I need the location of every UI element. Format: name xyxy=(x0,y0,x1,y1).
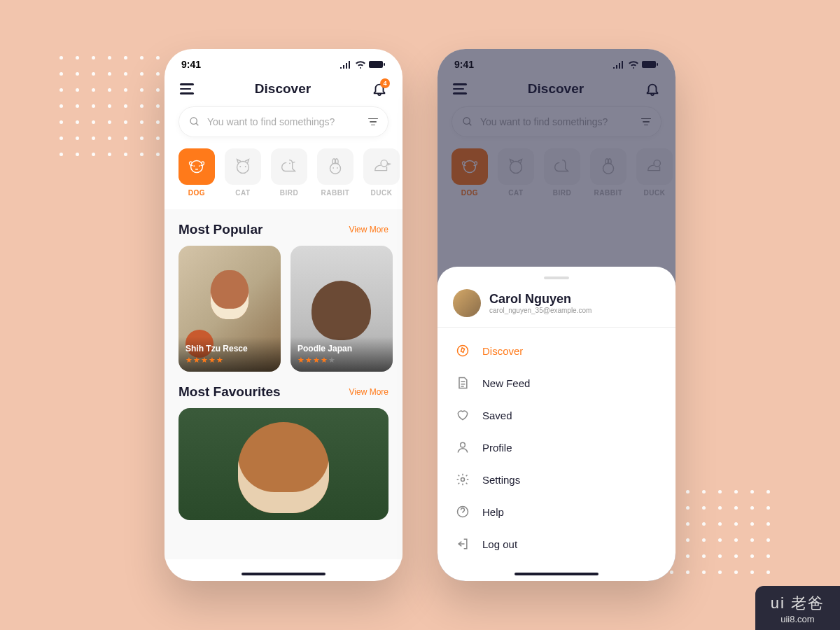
watermark-brand: ui 老爸 xyxy=(771,593,825,614)
profile-email: carol_nguyen_35@example.com xyxy=(489,307,592,314)
app-header: Discover 4 xyxy=(164,76,402,106)
favourite-card[interactable] xyxy=(178,408,388,520)
category-dog[interactable]: DOG xyxy=(178,148,215,197)
svg-point-10 xyxy=(330,163,341,174)
svg-point-13 xyxy=(381,160,387,167)
duck-icon xyxy=(371,156,392,177)
heart-icon xyxy=(456,408,470,422)
svg-point-6 xyxy=(237,162,249,174)
category-duck[interactable]: DUCK xyxy=(363,148,400,197)
menu-item-new-feed[interactable]: New Feed xyxy=(453,367,660,399)
status-bar: 9:41 xyxy=(164,49,402,76)
svg-rect-0 xyxy=(369,61,383,68)
menu-label: Log out xyxy=(482,538,517,550)
menu-item-saved[interactable]: Saved xyxy=(453,399,660,431)
page-title: Discover xyxy=(255,81,311,97)
menu-label: New Feed xyxy=(482,377,530,389)
category-label: DOG xyxy=(188,189,205,197)
signal-icon xyxy=(340,60,352,69)
category-label: DUCK xyxy=(371,189,393,197)
svg-rect-1 xyxy=(384,63,385,66)
wifi-icon xyxy=(355,60,366,69)
menu-item-logout[interactable]: Log out xyxy=(453,528,660,560)
document-icon xyxy=(456,376,470,390)
logout-icon xyxy=(456,537,470,551)
svg-point-8 xyxy=(245,166,246,167)
gear-icon xyxy=(456,472,470,486)
dog-icon xyxy=(186,156,207,177)
menu-item-profile[interactable]: Profile xyxy=(453,431,660,463)
menu-item-discover[interactable]: Discover xyxy=(453,335,660,367)
menu-button[interactable] xyxy=(180,83,194,94)
svg-point-12 xyxy=(337,167,338,169)
compass-icon xyxy=(456,344,470,358)
menu-label: Saved xyxy=(482,410,512,421)
svg-point-4 xyxy=(193,165,195,167)
svg-point-9 xyxy=(289,162,290,164)
category-cat[interactable]: CAT xyxy=(225,148,261,197)
notification-button[interactable]: 4 xyxy=(372,81,387,97)
menu-label: Settings xyxy=(482,474,520,486)
bottom-sheet: Carol Nguyen carol_nguyen_35@example.com… xyxy=(438,267,676,581)
status-time: 9:41 xyxy=(181,59,201,70)
svg-point-2 xyxy=(190,118,197,124)
divider xyxy=(438,327,676,328)
dot-grid-top-left xyxy=(59,56,160,156)
pet-name: Poodle Japan xyxy=(298,344,386,354)
notification-badge: 4 xyxy=(380,78,390,88)
rating-stars: ★★★★★ xyxy=(186,356,274,365)
battery-icon xyxy=(369,60,386,69)
help-icon xyxy=(456,505,470,519)
profile-header[interactable]: Carol Nguyen carol_nguyen_35@example.com xyxy=(438,289,676,327)
bird-icon xyxy=(279,156,300,177)
person-icon xyxy=(456,440,470,454)
category-row[interactable]: DOG CAT BIRD RABBIT DUCK xyxy=(164,148,402,209)
phone-discover: 9:41 Discover 4 D xyxy=(164,49,402,581)
svg-point-23 xyxy=(461,478,465,482)
svg-point-21 xyxy=(458,346,468,356)
menu-label: Profile xyxy=(482,442,512,454)
cat-icon xyxy=(232,156,253,177)
watermark-url: uii8.com xyxy=(771,614,825,624)
avatar xyxy=(453,289,481,317)
pet-card-shih-tzu[interactable]: Shih Tzu Resce ★★★★★ xyxy=(178,246,281,372)
menu-label: Discover xyxy=(482,345,523,357)
rating-stars: ★★★★★ xyxy=(298,356,386,365)
menu-item-help[interactable]: Help xyxy=(453,496,660,528)
svg-point-5 xyxy=(199,165,200,167)
svg-point-22 xyxy=(461,442,465,447)
watermark: ui 老爸 uii8.com xyxy=(755,586,840,630)
svg-point-11 xyxy=(332,167,334,169)
search-icon xyxy=(189,116,200,127)
home-indicator xyxy=(514,573,598,575)
filter-button[interactable] xyxy=(368,118,378,126)
profile-name: Carol Nguyen xyxy=(489,292,592,307)
category-bird[interactable]: BIRD xyxy=(271,148,307,197)
home-indicator xyxy=(241,573,326,575)
category-label: BIRD xyxy=(280,189,298,197)
svg-point-3 xyxy=(191,161,203,173)
category-rabbit[interactable]: RABBIT xyxy=(317,148,354,197)
menu-item-settings[interactable]: Settings xyxy=(453,463,660,496)
phone-menu-sheet: 9:41 Discover DOG CAT BIRD R xyxy=(438,49,676,581)
search-input[interactable] xyxy=(207,116,361,127)
menu-label: Help xyxy=(482,506,504,518)
pet-image xyxy=(178,408,388,520)
pet-name: Shih Tzu Resce xyxy=(186,344,274,354)
svg-point-7 xyxy=(239,166,241,167)
section-title-favourites: Most Favourites xyxy=(178,384,281,400)
section-title-popular: Most Popular xyxy=(178,222,262,237)
view-more-popular[interactable]: View More xyxy=(349,225,388,234)
view-more-favourites[interactable]: View More xyxy=(349,387,388,397)
sheet-grabber[interactable] xyxy=(544,276,569,279)
category-label: RABBIT xyxy=(321,189,350,197)
status-icons xyxy=(340,60,386,69)
pet-card-poodle[interactable]: Poodle Japan ★★★★★ xyxy=(290,246,393,372)
rabbit-icon xyxy=(325,156,346,177)
search-bar[interactable] xyxy=(178,106,388,137)
category-label: CAT xyxy=(235,189,250,197)
